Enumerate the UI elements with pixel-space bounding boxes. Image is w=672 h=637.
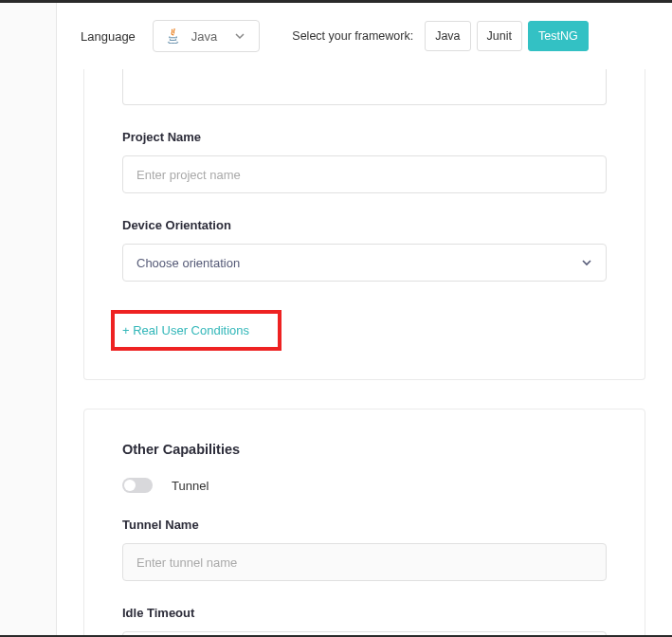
toggle-knob bbox=[124, 480, 136, 491]
highlight-annotation: + Real User Conditions bbox=[111, 310, 282, 351]
orientation-placeholder-text: Choose orientation bbox=[136, 256, 240, 270]
language-label: Language bbox=[81, 29, 136, 44]
tunnel-name-label: Tunnel Name bbox=[122, 518, 607, 532]
other-capabilities-title: Other Capabilities bbox=[122, 410, 607, 478]
java-icon bbox=[167, 28, 180, 44]
other-capabilities-card: Other Capabilities Tunnel Tunnel Name Id… bbox=[83, 409, 645, 637]
framework-button-junit[interactable]: Junit bbox=[477, 21, 522, 51]
framework-button-java[interactable]: Java bbox=[425, 21, 470, 51]
tunnel-name-input[interactable] bbox=[122, 543, 607, 581]
chevron-down-icon bbox=[581, 257, 592, 268]
chevron-down-icon bbox=[234, 30, 245, 42]
left-sidebar-strip bbox=[0, 3, 57, 635]
real-user-conditions-expand[interactable]: + Real User Conditions bbox=[122, 321, 249, 339]
framework-label: Select your framework: bbox=[292, 29, 413, 43]
framework-button-testng[interactable]: TestNG bbox=[528, 21, 589, 51]
project-name-label: Project Name bbox=[122, 130, 607, 144]
scroll-area: Project Name Device Orientation Choose o… bbox=[57, 69, 672, 635]
tunnel-toggle[interactable] bbox=[122, 478, 153, 493]
top-bar: Language Java Select your framework: Jav… bbox=[57, 3, 672, 69]
language-select[interactable]: Java bbox=[153, 20, 260, 52]
config-card: Project Name Device Orientation Choose o… bbox=[83, 69, 645, 380]
device-orientation-label: Device Orientation bbox=[122, 218, 607, 232]
project-name-input[interactable] bbox=[122, 155, 607, 193]
tunnel-toggle-label: Tunnel bbox=[172, 479, 209, 493]
idle-timeout-label: Idle Timeout bbox=[122, 606, 607, 620]
previous-input-stub[interactable] bbox=[122, 69, 607, 105]
language-selected-text: Java bbox=[191, 29, 217, 44]
device-orientation-select[interactable]: Choose orientation bbox=[122, 244, 607, 282]
tunnel-toggle-row: Tunnel bbox=[122, 478, 607, 493]
content-area: Language Java Select your framework: Jav… bbox=[57, 3, 672, 635]
